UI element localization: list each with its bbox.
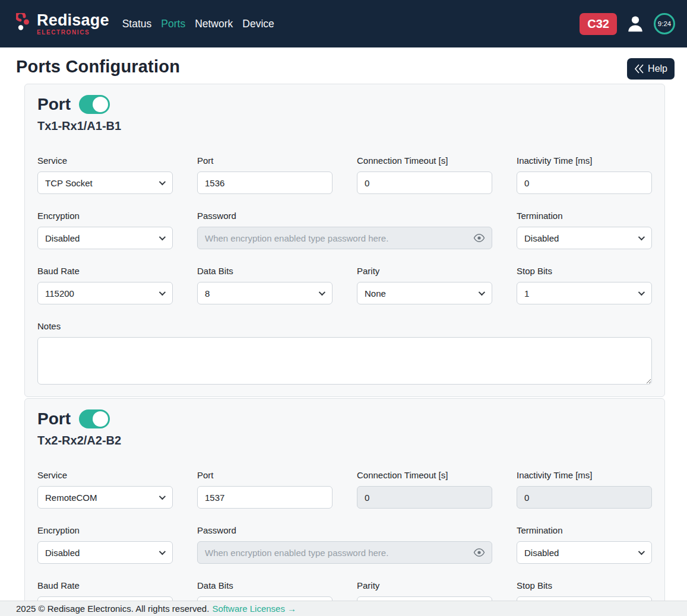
- data-bits-label: Data Bits: [197, 266, 333, 276]
- service-select-value: TCP Socket: [45, 178, 93, 188]
- port-enable-toggle[interactable]: [79, 95, 110, 114]
- chevron-down-icon: [479, 289, 485, 296]
- software-licenses-link[interactable]: Software Licenses →: [212, 604, 296, 614]
- show-password-icon[interactable]: [473, 233, 485, 243]
- notes-label: Notes: [37, 321, 652, 331]
- session-timer: 9:24: [654, 13, 675, 34]
- stop-bits-label: Stop Bits: [517, 266, 652, 276]
- service-select-value: RemoteCOM: [45, 493, 97, 503]
- page-footer: 2025 © Redisage Electronics. All rights …: [0, 601, 687, 616]
- chevron-down-icon: [638, 548, 645, 555]
- encryption-select[interactable]: Disabled: [37, 541, 173, 564]
- help-button-label: Help: [648, 63, 667, 74]
- connection-timeout-input[interactable]: [357, 486, 492, 509]
- parity-label: Parity: [357, 580, 492, 590]
- termination-select-value: Disabled: [524, 233, 559, 243]
- encryption-select[interactable]: Disabled: [37, 227, 173, 249]
- brand-logo-icon: [16, 13, 31, 34]
- port-enable-toggle[interactable]: [79, 409, 110, 428]
- chevron-down-icon: [159, 548, 166, 555]
- termination-select-value: Disabled: [524, 548, 559, 558]
- service-label: Service: [37, 470, 173, 480]
- port-label: Port: [197, 470, 333, 480]
- data-bits-label: Data Bits: [197, 580, 333, 590]
- port-card-1: Port Tx1-Rx1/A1-B1 Service TCP Socket Po…: [24, 84, 665, 397]
- service-select[interactable]: RemoteCOM: [37, 486, 173, 509]
- toggle-knob: [93, 97, 108, 112]
- copyright-text: 2025 © Redisage Electronics. All rights …: [16, 604, 209, 614]
- port-number-input[interactable]: [197, 172, 333, 194]
- password-input[interactable]: [197, 227, 492, 249]
- baud-rate-select-value: 115200: [45, 288, 74, 299]
- chevron-down-icon: [159, 234, 166, 240]
- brand-logo[interactable]: Redisage ELECTRONICS: [16, 12, 109, 36]
- password-label: Password: [197, 525, 492, 535]
- termination-select[interactable]: Disabled: [517, 541, 652, 564]
- baud-rate-label: Baud Rate: [37, 266, 173, 276]
- inactivity-time-input[interactable]: [517, 172, 652, 194]
- page-title: Ports Configuration: [16, 57, 180, 77]
- service-select[interactable]: TCP Socket: [37, 172, 173, 194]
- port-card-title: Port: [37, 409, 71, 428]
- port-card-subtitle: Tx2-Rx2/A2-B2: [37, 434, 652, 447]
- app-viewport: Redisage ELECTRONICS Status Ports Networ…: [0, 0, 687, 616]
- termination-label: Termination: [517, 525, 652, 535]
- connection-timeout-input[interactable]: [357, 172, 492, 194]
- parity-label: Parity: [357, 266, 492, 276]
- termination-select[interactable]: Disabled: [517, 227, 652, 249]
- chevron-down-icon: [319, 289, 325, 296]
- parity-select-value: None: [365, 288, 386, 299]
- port-label: Port: [197, 155, 333, 166]
- connection-timeout-label: Connection Timeout [s]: [357, 155, 492, 166]
- inactivity-time-label: Inactivity Time [ms]: [517, 470, 652, 480]
- port-card-subtitle: Tx1-Rx1/A1-B1: [37, 119, 652, 133]
- inactivity-time-input[interactable]: [517, 486, 652, 509]
- stop-bits-label: Stop Bits: [517, 580, 652, 590]
- port-card-2: Port Tx2-Rx2/A2-B2 Service RemoteCOM Por…: [24, 398, 665, 616]
- password-input[interactable]: [197, 541, 492, 564]
- encryption-label: Encryption: [37, 211, 173, 221]
- data-bits-select[interactable]: 8: [197, 282, 333, 304]
- nav-item-ports[interactable]: Ports: [156, 14, 190, 34]
- service-label: Service: [37, 155, 173, 166]
- session-timer-value: 9:24: [658, 20, 671, 27]
- show-password-icon[interactable]: [473, 548, 485, 557]
- notes-textarea[interactable]: [37, 337, 652, 385]
- parity-select[interactable]: None: [357, 282, 492, 304]
- password-label: Password: [197, 211, 492, 221]
- stop-bits-select[interactable]: 1: [517, 282, 652, 304]
- toggle-knob: [93, 411, 108, 427]
- chevron-down-icon: [638, 289, 645, 296]
- nav-item-status[interactable]: Status: [118, 14, 157, 34]
- main-nav: Status Ports Network Device: [118, 14, 279, 34]
- brand-subtitle: ELECTRONICS: [37, 30, 109, 36]
- nav-item-network[interactable]: Network: [190, 14, 238, 34]
- chevron-down-icon: [638, 234, 645, 240]
- encryption-label: Encryption: [37, 525, 173, 535]
- data-bits-select-value: 8: [205, 288, 210, 299]
- top-navbar: Redisage ELECTRONICS Status Ports Networ…: [0, 0, 687, 47]
- inactivity-time-label: Inactivity Time [ms]: [517, 155, 652, 166]
- termination-label: Termination: [517, 211, 652, 221]
- chevron-down-icon: [159, 179, 166, 185]
- double-chevron-left-icon: [633, 63, 646, 75]
- baud-rate-select[interactable]: 115200: [37, 282, 173, 304]
- device-badge[interactable]: C32: [580, 13, 617, 35]
- nav-item-device[interactable]: Device: [238, 14, 279, 34]
- stop-bits-select-value: 1: [524, 288, 529, 299]
- chevron-down-icon: [159, 493, 166, 500]
- port-card-title: Port: [37, 95, 71, 114]
- user-icon[interactable]: [626, 14, 645, 33]
- connection-timeout-label: Connection Timeout [s]: [357, 470, 492, 480]
- brand-name: Redisage: [37, 12, 109, 28]
- baud-rate-label: Baud Rate: [37, 580, 173, 590]
- help-button[interactable]: Help: [627, 58, 675, 80]
- chevron-down-icon: [159, 289, 166, 296]
- encryption-select-value: Disabled: [45, 548, 80, 558]
- port-number-input[interactable]: [197, 486, 333, 509]
- encryption-select-value: Disabled: [45, 233, 80, 243]
